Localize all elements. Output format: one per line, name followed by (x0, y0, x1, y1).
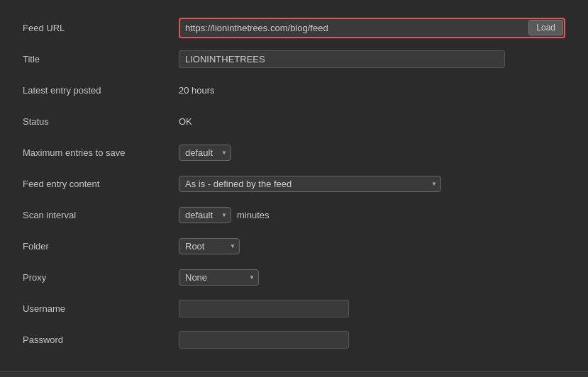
feed-url-row: Feed URL Load (23, 17, 565, 38)
folder-select[interactable]: RootTechNewsPersonal (179, 238, 240, 254)
load-button[interactable]: Load (528, 20, 563, 35)
proxy-row: Proxy NoneSystem proxyCustom (23, 266, 565, 288)
folder-select-wrapper: RootTechNewsPersonal (179, 238, 240, 254)
max-entries-label: Maximum entries to save (23, 147, 179, 158)
scan-interval-select[interactable]: default510153060120 (179, 207, 231, 223)
form-area: Feed URL Load Title LIONINTHETREES Lates… (0, 0, 588, 371)
password-input[interactable] (179, 331, 349, 349)
latest-entry-label: Latest entry posted (23, 85, 179, 96)
title-control: LIONINTHETREES (179, 50, 565, 68)
feed-url-input[interactable] (181, 20, 526, 36)
scan-interval-select-wrapper: default510153060120 (179, 207, 231, 223)
feed-entry-control: As is - defined by the feedFull articleS… (179, 176, 565, 192)
scan-interval-label: Scan interval (23, 210, 179, 220)
minutes-label: minutes (237, 210, 270, 220)
status-value: OK (179, 116, 192, 127)
max-entries-select[interactable]: default102550100200500 (179, 145, 231, 161)
username-input[interactable] (179, 300, 349, 317)
password-control (179, 331, 565, 349)
title-row: Title LIONINTHETREES (23, 48, 565, 69)
feed-url-input-wrapper: Load (179, 18, 565, 38)
folder-row: Folder RootTechNewsPersonal (23, 235, 565, 257)
feed-entry-row: Feed entry content As is - defined by th… (23, 173, 565, 194)
feed-entry-select[interactable]: As is - defined by the feedFull articleS… (179, 176, 441, 192)
feed-url-control: Load (179, 18, 565, 38)
proxy-select-wrapper: NoneSystem proxyCustom (179, 269, 259, 286)
username-label: Username (23, 303, 179, 314)
folder-control: RootTechNewsPersonal (179, 238, 565, 254)
proxy-control: NoneSystem proxyCustom (179, 269, 565, 286)
password-label: Password (23, 334, 179, 345)
button-bar: Cancel Preview Save (0, 371, 588, 377)
max-entries-select-wrapper: default102550100200500 (179, 145, 231, 161)
status-row: Status OK (23, 111, 565, 132)
status-control: OK (179, 116, 565, 127)
feed-url-label: Feed URL (23, 23, 179, 33)
title-label: Title (23, 54, 179, 64)
feed-entry-label: Feed entry content (23, 179, 179, 189)
scan-interval-control: default510153060120 minutes (179, 207, 565, 223)
status-label: Status (23, 116, 179, 127)
latest-entry-control: 20 hours (179, 85, 565, 96)
latest-entry-row: Latest entry posted 20 hours (23, 79, 565, 101)
password-row: Password (23, 329, 565, 350)
feed-entry-select-wrapper: As is - defined by the feedFull articleS… (179, 176, 441, 192)
proxy-select[interactable]: NoneSystem proxyCustom (179, 269, 259, 286)
folder-label: Folder (23, 241, 179, 252)
scan-interval-row: Scan interval default510153060120 minute… (23, 204, 565, 225)
latest-entry-value: 20 hours (179, 85, 215, 96)
max-entries-control: default102550100200500 (179, 145, 565, 161)
username-control (179, 300, 565, 317)
username-row: Username (23, 298, 565, 319)
proxy-label: Proxy (23, 272, 179, 283)
max-entries-row: Maximum entries to save default102550100… (23, 142, 565, 163)
title-value: LIONINTHETREES (179, 50, 505, 68)
